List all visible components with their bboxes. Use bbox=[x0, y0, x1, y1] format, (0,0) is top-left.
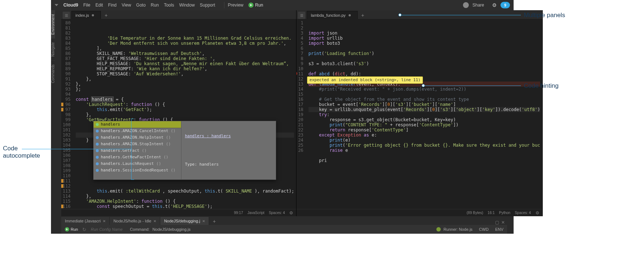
play-icon bbox=[248, 3, 254, 8]
menubar: Cloud9 File Edit Find View Goto Run Tool… bbox=[51, 0, 514, 10]
indent-setting[interactable]: Spaces: 4 bbox=[515, 211, 531, 215]
language-mode[interactable]: JavaScript bbox=[247, 211, 264, 215]
settings-gear-icon[interactable]: ⚙ bbox=[492, 2, 497, 8]
cloud9-badge[interactable]: 9 bbox=[500, 2, 510, 8]
left-statusbar: 99:17 JavaScript Spaces: 4 ⚙ bbox=[61, 209, 296, 216]
language-mode[interactable]: Python bbox=[499, 211, 510, 215]
right-tabstrip: ☰ lambda_function.py + bbox=[297, 10, 542, 19]
file-size: (89 Bytes) bbox=[467, 211, 483, 215]
autocomplete-item[interactable]: handlers.LaunchRequest () bbox=[94, 161, 181, 167]
lint-tooltip: expected an indented block (<string>, li… bbox=[307, 76, 423, 84]
env-button[interactable]: ENV bbox=[495, 227, 503, 232]
callout-panels: Multiple panels bbox=[524, 12, 565, 19]
restart-icon[interactable]: ↻ bbox=[82, 227, 86, 232]
preview-button[interactable]: Preview bbox=[228, 3, 244, 8]
right-editor[interactable]: 1234567891011121314151617181920212223242… bbox=[297, 19, 542, 209]
close-icon[interactable]: ✕ bbox=[153, 219, 156, 223]
cloud9-ide: Cloud9 File Edit Find View Goto Run Tool… bbox=[51, 0, 514, 234]
left-pane: ☰ index.js + 808182838485868788899091929… bbox=[61, 10, 297, 216]
unsaved-dot-icon bbox=[349, 14, 351, 16]
cursor-pos[interactable]: 16:1 bbox=[488, 211, 495, 215]
right-pane: ☰ lambda_function.py + 12345678910111213… bbox=[297, 10, 542, 216]
indent-setting[interactable]: Spaces: 4 bbox=[269, 211, 285, 215]
menu-window[interactable]: Window bbox=[179, 3, 195, 8]
bottom-tab[interactable]: NodeJS/hello.js - Idle✕ bbox=[110, 217, 160, 225]
unsaved-dot-icon bbox=[92, 14, 94, 16]
left-editor[interactable]: 8081828384858687888990919293949596979899… bbox=[61, 19, 296, 209]
side-commands[interactable]: Commands bbox=[51, 60, 55, 87]
editor-split: ☰ index.js + 808182838485868788899091929… bbox=[61, 10, 507, 216]
autocomplete-item[interactable]: handlers.AMAZON.StopIntent () bbox=[94, 141, 181, 147]
autocomplete-item[interactable]: handlers.AMAZON.HelpIntent () bbox=[94, 134, 181, 141]
autocomplete-info: handlers : handlers Type: handlers bbox=[181, 121, 276, 179]
run-button[interactable]: Run bbox=[248, 3, 263, 8]
cwd-button[interactable]: CWD bbox=[479, 227, 488, 232]
file-tree-icon[interactable]: ☰ bbox=[298, 12, 305, 19]
run-config-name-input[interactable]: Run Config Name bbox=[91, 227, 122, 232]
callout-autocomplete: Codeautocomplete bbox=[3, 145, 40, 159]
left-tabstrip: ☰ index.js + bbox=[61, 10, 296, 19]
cursor-pos[interactable]: 99:17 bbox=[234, 211, 243, 215]
close-icon[interactable]: ✕ bbox=[103, 219, 106, 223]
left-sidebar: Environment Navigate Commands bbox=[51, 10, 61, 234]
new-bottom-tab[interactable]: + bbox=[211, 218, 218, 225]
command-value[interactable]: NodeJS/debugging.js bbox=[152, 227, 191, 232]
app-menu-dropdown[interactable] bbox=[55, 4, 58, 6]
menu-support[interactable]: Support bbox=[200, 3, 215, 8]
new-tab-button[interactable]: + bbox=[359, 12, 366, 19]
close-panel-icon[interactable]: ✕ bbox=[501, 220, 505, 225]
side-navigate[interactable]: Navigate bbox=[51, 38, 55, 60]
command-label: Command: bbox=[130, 227, 150, 232]
menu-edit[interactable]: Edit bbox=[95, 3, 103, 8]
menu-tools[interactable]: Tools bbox=[164, 3, 174, 8]
menu-file[interactable]: File bbox=[83, 3, 90, 8]
right-statusbar: (89 Bytes) 16:1 Python Spaces: 4 ⚙ bbox=[297, 209, 542, 216]
run-bar: Run ↻ Run Config Name Command: NodeJS/de… bbox=[61, 225, 507, 234]
autocomplete-item[interactable]: handlers.SessionEndedRequest () bbox=[94, 167, 181, 174]
side-environment[interactable]: Environment bbox=[51, 10, 55, 38]
autocomplete-popup[interactable]: handlershandlers.AMAZON.CancelIntent ()h… bbox=[93, 121, 276, 180]
runner-select[interactable]: Runner: Node.js bbox=[444, 227, 473, 232]
runner-icon bbox=[436, 227, 441, 232]
maximize-icon[interactable]: ▢ bbox=[495, 220, 499, 225]
share-button[interactable]: Share bbox=[472, 3, 484, 8]
play-icon bbox=[65, 227, 69, 232]
menu-goto[interactable]: Goto bbox=[136, 3, 146, 8]
close-icon[interactable]: ✕ bbox=[202, 219, 205, 223]
user-avatar[interactable] bbox=[463, 2, 469, 8]
autocomplete-item[interactable]: handlers.GetNewFactIntent () bbox=[94, 154, 181, 161]
autocomplete-item[interactable]: handlers.AMAZON.CancelIntent () bbox=[94, 128, 181, 134]
bottom-tab[interactable]: Immediate (Javascri✕ bbox=[61, 217, 110, 225]
autocomplete-item[interactable]: handlers bbox=[94, 121, 181, 128]
new-tab-button[interactable]: + bbox=[102, 12, 110, 19]
bottom-tab[interactable]: NodeJS/debugging.j✕ bbox=[160, 217, 209, 225]
editor-settings-gear-icon[interactable]: ⚙ bbox=[535, 210, 539, 215]
brand: Cloud9 bbox=[63, 3, 78, 8]
file-tree-icon[interactable]: ☰ bbox=[63, 12, 70, 19]
bottom-tabstrip: Immediate (Javascri✕NodeJS/hello.js - Id… bbox=[61, 216, 507, 225]
tab-lambda-py[interactable]: lambda_function.py bbox=[307, 11, 357, 19]
callout-hinting: Code hinting bbox=[524, 82, 558, 90]
menu-find[interactable]: Find bbox=[108, 3, 117, 8]
menu-run[interactable]: Run bbox=[151, 3, 159, 8]
menu-view[interactable]: View bbox=[122, 3, 131, 8]
autocomplete-item[interactable]: handlers.GetFact () bbox=[94, 147, 181, 154]
editor-settings-gear-icon[interactable]: ⚙ bbox=[289, 210, 293, 215]
run-config-button[interactable]: Run bbox=[65, 227, 78, 232]
tab-index-js[interactable]: index.js bbox=[71, 11, 101, 19]
